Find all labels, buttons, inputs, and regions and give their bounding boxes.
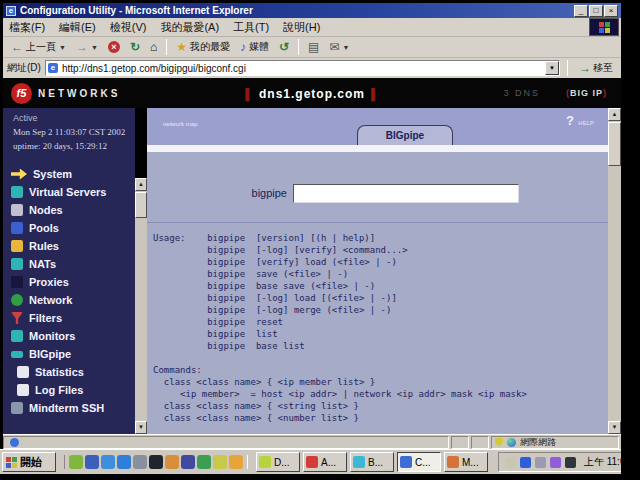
divider — [147, 222, 608, 223]
page-icon: e — [48, 63, 58, 73]
sidebar-item-mindterm-ssh[interactable]: Mindterm SSH — [3, 399, 135, 417]
title-bar[interactable]: e Configuration Utility - Microsoft Inte… — [3, 3, 621, 18]
task-button[interactable]: B... — [350, 452, 394, 472]
task-icon — [447, 456, 459, 468]
start-label: 開始 — [20, 455, 42, 470]
statistics-icon — [17, 366, 29, 378]
sidebar-item-proxies[interactable]: Proxies — [3, 273, 135, 291]
rules-icon — [11, 240, 23, 252]
scroll-down-icon[interactable]: ▼ — [608, 421, 621, 434]
sidebar-item-network[interactable]: Network — [3, 291, 135, 309]
home-button[interactable]: ⌂ — [146, 38, 161, 56]
task-icon — [353, 456, 365, 468]
task-button[interactable]: D... — [256, 452, 300, 472]
address-input[interactable]: http://dns1.getop.com/bigipgui/bigconf.c… — [62, 63, 545, 74]
label-bigip: (BIG IP) — [566, 88, 607, 98]
quick-launch-icon[interactable] — [149, 455, 163, 469]
address-bar: 網址(D) e http://dns1.getop.com/bigipgui/b… — [3, 58, 621, 78]
nodes-icon — [11, 204, 23, 216]
sidebar-item-statistics[interactable]: Statistics — [3, 363, 135, 381]
mail-dropdown-icon[interactable]: ▼ — [342, 44, 349, 51]
menu-tools[interactable]: 工具(T) — [233, 20, 269, 35]
internet-globe-icon — [507, 438, 516, 447]
sidebar-item-log-files[interactable]: Log Files — [3, 381, 135, 399]
maximize-button[interactable]: □ — [589, 5, 603, 17]
history-button[interactable]: ↺ — [275, 38, 293, 56]
scroll-up-icon[interactable]: ▲ — [608, 108, 621, 121]
sidebar-item-system[interactable]: System — [3, 165, 135, 183]
tray-icon[interactable] — [565, 457, 576, 468]
scrollbar-thumb[interactable] — [608, 122, 621, 166]
print-button[interactable]: ▤ — [304, 38, 323, 56]
favorites-button[interactable]: ★ 我的最愛 — [172, 38, 234, 56]
sidebar-item-monitors[interactable]: Monitors — [3, 327, 135, 345]
menu-edit[interactable]: 編輯(E) — [59, 20, 96, 35]
task-buttons: D... A... B... C... M... — [256, 452, 494, 472]
menu-favorites[interactable]: 我的最愛(A) — [160, 20, 219, 35]
quick-launch-icon[interactable] — [133, 455, 147, 469]
favorites-label: 我的最愛 — [190, 40, 230, 54]
sidebar-item-bigpipe[interactable]: BIGpipe — [3, 345, 135, 363]
bigpipe-command-input[interactable] — [293, 184, 519, 203]
status-panel — [451, 436, 469, 449]
sidebar-item-nodes[interactable]: Nodes — [3, 201, 135, 219]
quick-launch-icon[interactable] — [117, 455, 131, 469]
back-dropdown-icon[interactable]: ▼ — [59, 44, 66, 51]
quick-launch-icon[interactable] — [165, 455, 179, 469]
refresh-button[interactable]: ↻ — [126, 38, 144, 56]
content-header-band: network map ? HELP BIGpipe — [147, 108, 608, 145]
help-button[interactable]: ? HELP — [566, 111, 594, 129]
sidebar-scrollbar: ▲ ▼ — [135, 178, 147, 434]
close-button[interactable]: × — [604, 5, 618, 17]
sidebar-item-virtual-servers[interactable]: Virtual Servers — [3, 183, 135, 201]
quick-launch-icon[interactable] — [213, 455, 227, 469]
brand-header: f5 NETWORKS ▌dns1.getop.com▌ 3 DNS (BIG … — [3, 78, 621, 108]
tray-icon[interactable] — [550, 457, 561, 468]
unit-state: Active — [13, 113, 135, 123]
status-main-panel — [3, 436, 449, 449]
refresh-icon: ↻ — [130, 41, 140, 53]
stop-button[interactable]: × — [104, 38, 124, 56]
sidebar-item-rules[interactable]: Rules — [3, 237, 135, 255]
quick-launch-icon[interactable] — [85, 455, 99, 469]
task-icon — [259, 456, 271, 468]
quick-launch-icon[interactable] — [69, 455, 83, 469]
quick-launch-icon[interactable] — [197, 455, 211, 469]
scroll-up-icon[interactable]: ▲ — [135, 178, 147, 191]
mail-icon: ✉ — [329, 41, 339, 53]
forward-button[interactable]: → ▼ — [72, 38, 102, 56]
go-button[interactable]: → 移至 — [575, 61, 617, 75]
tab-bigpipe[interactable]: BIGpipe — [357, 125, 453, 145]
menu-help[interactable]: 說明(H) — [283, 20, 320, 35]
task-button-active[interactable]: C... — [397, 452, 441, 472]
menu-view[interactable]: 檢視(V) — [110, 20, 147, 35]
go-label: 移至 — [593, 61, 613, 75]
scroll-down-icon[interactable]: ▼ — [135, 421, 147, 434]
network-map-button[interactable]: network map — [163, 112, 197, 130]
monitors-icon — [11, 330, 23, 342]
menu-file[interactable]: 檔案(F) — [9, 20, 45, 35]
task-button[interactable]: A... — [303, 452, 347, 472]
sidebar-item-filters[interactable]: Filters — [3, 309, 135, 327]
sidebar-item-pools[interactable]: Pools — [3, 219, 135, 237]
task-button[interactable]: M... — [444, 452, 488, 472]
zone-label: 網際網路 — [520, 436, 556, 449]
forward-dropdown-icon[interactable]: ▼ — [91, 44, 98, 51]
media-button[interactable]: ♪ 媒體 — [236, 38, 273, 56]
quick-launch-icon[interactable] — [229, 455, 243, 469]
tray-icon[interactable] — [535, 457, 546, 468]
mail-button[interactable]: ✉ ▼ — [325, 38, 353, 56]
minimize-button[interactable]: _ — [574, 5, 588, 17]
quick-launch-icon[interactable] — [101, 455, 115, 469]
scrollbar-thumb[interactable] — [135, 192, 147, 218]
bracket-icon: ▌ — [371, 88, 379, 100]
input-method-icon[interactable] — [520, 457, 531, 468]
help-icon: ? — [566, 113, 574, 128]
back-button[interactable]: ← 上一頁 ▼ — [7, 38, 70, 56]
sidebar-item-nats[interactable]: NATs — [3, 255, 135, 273]
quick-launch-icon[interactable] — [181, 455, 195, 469]
start-button[interactable]: 開始 — [2, 452, 56, 472]
volume-icon[interactable] — [505, 457, 516, 468]
address-dropdown-icon[interactable]: ▼ — [545, 61, 559, 75]
media-label: 媒體 — [249, 40, 269, 54]
